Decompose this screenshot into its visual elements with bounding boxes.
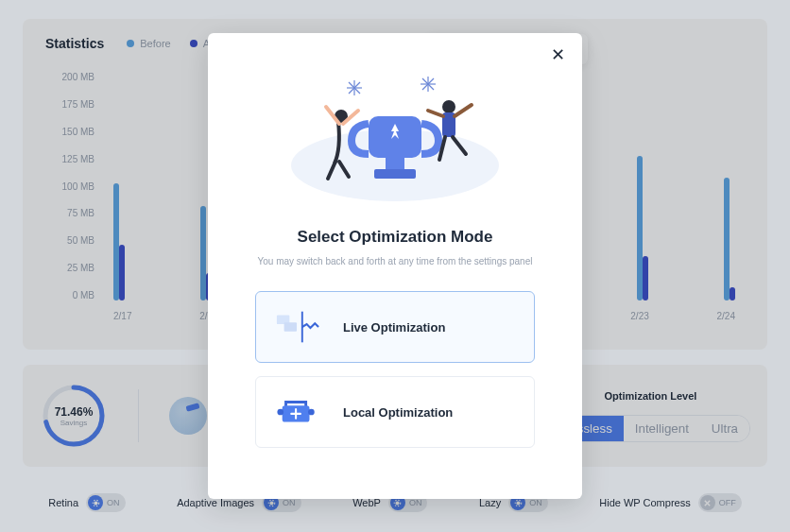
option-live-label: Live Optimization bbox=[343, 320, 445, 335]
option-live-optimization[interactable]: Live Optimization bbox=[255, 291, 535, 363]
modal-title: Select Optimization Mode bbox=[255, 228, 535, 247]
modal-subtitle: You may switch back and forth at any tim… bbox=[255, 256, 535, 266]
local-optimization-icon bbox=[275, 396, 320, 428]
close-icon[interactable]: ✕ bbox=[551, 46, 565, 63]
svg-point-25 bbox=[442, 100, 455, 113]
celebration-illustration bbox=[255, 71, 535, 203]
option-local-optimization[interactable]: Local Optimization bbox=[255, 376, 535, 448]
live-optimization-icon bbox=[275, 311, 320, 343]
svg-rect-23 bbox=[374, 169, 416, 179]
svg-rect-28 bbox=[284, 322, 297, 332]
modal-overlay[interactable]: ✕ bbox=[0, 0, 790, 532]
option-local-label: Local Optimization bbox=[343, 405, 453, 420]
svg-point-32 bbox=[308, 409, 315, 416]
optimization-mode-modal: ✕ bbox=[208, 33, 582, 499]
svg-point-31 bbox=[277, 409, 283, 416]
svg-rect-22 bbox=[386, 158, 404, 169]
svg-rect-21 bbox=[369, 116, 421, 158]
